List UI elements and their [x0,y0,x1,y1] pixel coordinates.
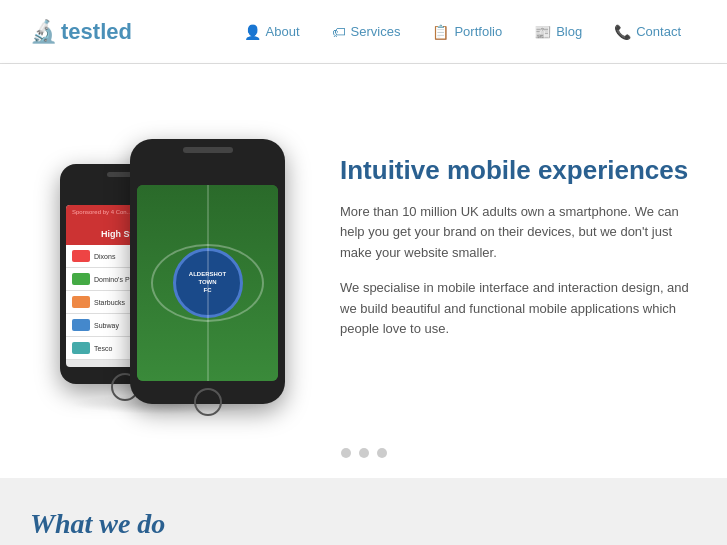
hero-text: Intuitive mobile experiences More than 1… [340,154,697,355]
hero-para1: More than 10 million UK adults own a sma… [340,202,697,264]
hero-title: Intuitive mobile experiences [340,154,697,188]
slide-dots [0,434,727,478]
slide-dot-2[interactable] [359,448,369,458]
slide-dot-3[interactable] [377,448,387,458]
about-icon: 👤 [244,24,261,40]
phones-illustration: Sponsored by 4 Con... High Street Dixons… [30,104,310,404]
nav-item-portfolio[interactable]: 📋 Portfolio [416,0,518,64]
nav-item-contact[interactable]: 📞 Contact [598,0,697,64]
logo[interactable]: 🔬 testled [30,19,132,45]
nav-item-services[interactable]: 🏷 Services [316,0,417,64]
logo-text: testled [61,19,132,45]
nav-item-blog[interactable]: 📰 Blog [518,0,598,64]
slide-dot-1[interactable] [341,448,351,458]
logo-icon: 🔬 [30,19,57,45]
site-header: 🔬 testled 👤 About 🏷 Services 📋 Portfolio… [0,0,727,64]
services-icon: 🏷 [332,24,346,40]
nav-item-about[interactable]: 👤 About [228,0,316,64]
main-nav: 👤 About 🏷 Services 📋 Portfolio 📰 Blog 📞 … [228,0,697,64]
contact-icon: 📞 [614,24,631,40]
portfolio-icon: 📋 [432,24,449,40]
hero-content: Sponsored by 4 Con... High Street Dixons… [0,64,727,434]
phone-front-screen: ALDERSHOTTOWNFC [137,185,278,381]
phone-front: ALDERSHOTTOWNFC [130,139,285,404]
hero-section: Sponsored by 4 Con... High Street Dixons… [0,64,727,478]
section-title: What we do [30,508,697,540]
what-we-do-section: What we do Web Applications Our strength… [0,478,727,545]
blog-icon: 📰 [534,24,551,40]
hero-para2: We specialise in mobile interface and in… [340,278,697,340]
